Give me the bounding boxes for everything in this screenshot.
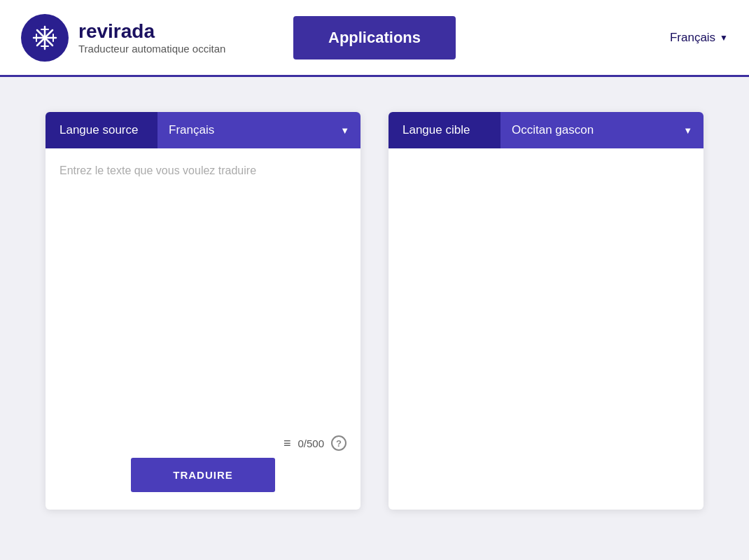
language-selector[interactable]: Français ▼ (670, 31, 728, 45)
target-panel-header: Langue cible Occitan gascon ▼ (388, 112, 704, 148)
app-name: revirada (78, 20, 225, 43)
translate-btn-area: TRADUIRE (59, 451, 346, 496)
target-dropdown-arrow-icon: ▼ (683, 125, 692, 136)
chevron-down-icon: ▼ (720, 33, 728, 43)
panel-footer: ≡ 0/500 ? (59, 428, 346, 451)
nav-center: Applications (293, 16, 456, 59)
target-panel: Langue cible Occitan gascon ▼ (388, 112, 704, 510)
source-language-selector[interactable]: Français ▼ (158, 112, 360, 148)
language-selector-label: Français (670, 31, 715, 45)
source-language-value: Français (169, 123, 214, 137)
translate-button[interactable]: TRADUIRE (131, 458, 275, 492)
target-panel-body (388, 148, 704, 456)
char-count: 0/500 (298, 438, 324, 449)
main-content: Langue source Français ▼ ≡ 0/500 ? TRADU… (0, 77, 749, 545)
target-language-value: Occitan gascon (512, 123, 594, 137)
logo-text-area: revirada Traducteur automatique occitan (78, 20, 225, 55)
logo-icon (21, 14, 69, 62)
text-lines-icon: ≡ (284, 436, 291, 451)
target-language-selector[interactable]: Occitan gascon ▼ (500, 112, 704, 148)
source-panel-body: ≡ 0/500 ? TRADUIRE (46, 148, 360, 510)
applications-button[interactable]: Applications (293, 16, 456, 59)
target-language-label: Langue cible (388, 112, 500, 148)
source-language-label: Langue source (46, 112, 158, 148)
app-subtitle: Traducteur automatique occitan (78, 43, 225, 55)
source-panel-footer: ≡ 0/500 ? TRADUIRE (59, 428, 346, 496)
source-panel: Langue source Français ▼ ≡ 0/500 ? TRADU… (46, 112, 360, 510)
header: revirada Traducteur automatique occitan … (0, 0, 749, 77)
source-dropdown-arrow-icon: ▼ (340, 125, 349, 136)
source-text-input[interactable] (59, 162, 346, 428)
help-icon[interactable]: ? (331, 435, 346, 451)
source-panel-header: Langue source Français ▼ (46, 112, 360, 148)
